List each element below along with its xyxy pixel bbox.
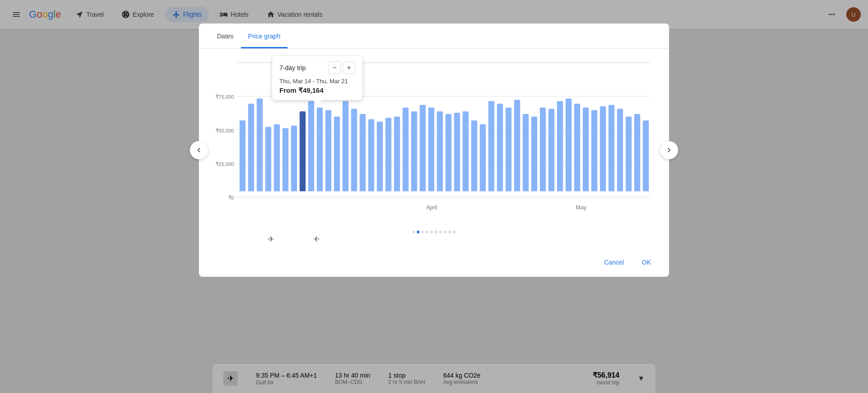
modal-dialog: Dates Price graph 7-day trip − + Thu, Ma… xyxy=(199,24,669,277)
pagination-dot-2[interactable] xyxy=(421,231,424,233)
chart-container: 7-day trip − + Thu, Mar 14 - Thu, Mar 21… xyxy=(199,49,669,248)
pagination-dot-0[interactable] xyxy=(412,231,415,233)
pagination-dot-6[interactable] xyxy=(439,231,442,233)
tooltip-arrow xyxy=(313,100,322,104)
pagination-dot-7[interactable] xyxy=(444,231,447,233)
modal-overlay: Dates Price graph 7-day trip − + Thu, Ma… xyxy=(0,0,868,393)
price-tooltip: 7-day trip − + Thu, Mar 14 - Thu, Mar 21… xyxy=(272,56,363,100)
increase-days-button[interactable]: + xyxy=(343,62,355,74)
pagination-dot-5[interactable] xyxy=(435,231,438,233)
pagination-dots xyxy=(412,231,456,233)
cancel-button[interactable]: Cancel xyxy=(597,255,631,270)
tooltip-date: Thu, Mar 14 - Thu, Mar 21 xyxy=(279,78,355,85)
modal-footer: Cancel OK xyxy=(199,248,669,277)
modal-tabs: Dates Price graph xyxy=(199,24,669,49)
previous-arrow[interactable] xyxy=(190,141,208,159)
tooltip-trip-label: 7-day trip xyxy=(279,64,306,71)
pagination-dot-3[interactable] xyxy=(426,231,429,233)
next-arrow[interactable] xyxy=(660,141,678,159)
pagination-dot-4[interactable] xyxy=(430,231,433,233)
ok-button[interactable]: OK xyxy=(635,255,658,270)
tooltip-header: 7-day trip − + xyxy=(279,62,355,74)
arrival-icon: ✈ xyxy=(313,234,320,244)
tooltip-price: From ₹49,164 xyxy=(279,86,355,95)
pagination-dot-9[interactable] xyxy=(453,231,456,233)
pagination-dot-1[interactable] xyxy=(417,231,420,233)
tab-price-graph[interactable]: Price graph xyxy=(241,24,288,48)
tab-dates[interactable]: Dates xyxy=(210,24,241,48)
decrease-days-button[interactable]: − xyxy=(328,62,341,74)
departure-icon: ✈ xyxy=(268,234,274,244)
tooltip-controls: − + xyxy=(328,62,355,74)
pagination-dot-8[interactable] xyxy=(448,231,451,233)
